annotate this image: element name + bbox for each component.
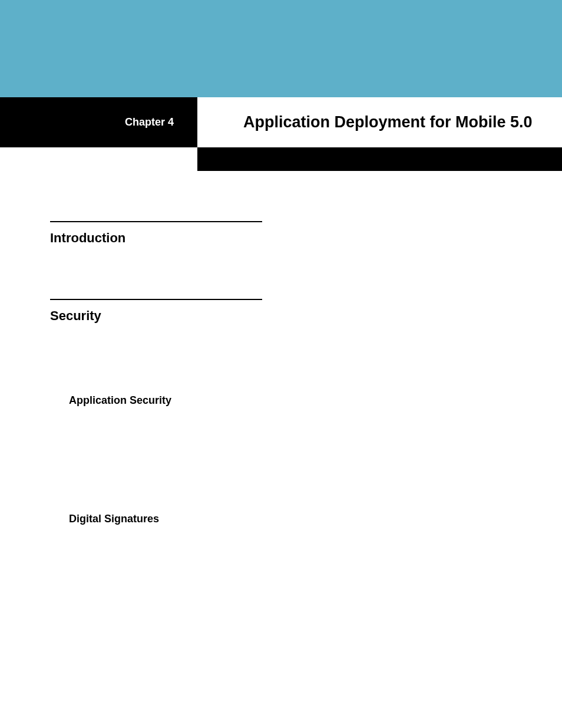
page-content: Introduction Security Application Securi… — [0, 171, 562, 525]
black-bar-row — [0, 147, 562, 171]
chapter-title: Application Deployment for Mobile 5.0 — [243, 113, 533, 131]
section-divider — [50, 221, 262, 222]
black-bar-spacer — [0, 147, 197, 171]
black-bar — [197, 147, 562, 171]
section-heading-introduction: Introduction — [50, 230, 562, 246]
section-divider — [50, 299, 262, 300]
chapter-label-box: Chapter 4 — [0, 97, 197, 147]
chapter-label: Chapter 4 — [125, 116, 174, 129]
top-banner — [0, 0, 562, 97]
subsection-heading-application-security: Application Security — [69, 394, 562, 407]
section-heading-security: Security — [50, 308, 562, 324]
chapter-title-box: Application Deployment for Mobile 5.0 — [197, 97, 562, 147]
subsection-heading-digital-signatures: Digital Signatures — [69, 513, 562, 525]
chapter-header-row: Chapter 4 Application Deployment for Mob… — [0, 97, 562, 147]
